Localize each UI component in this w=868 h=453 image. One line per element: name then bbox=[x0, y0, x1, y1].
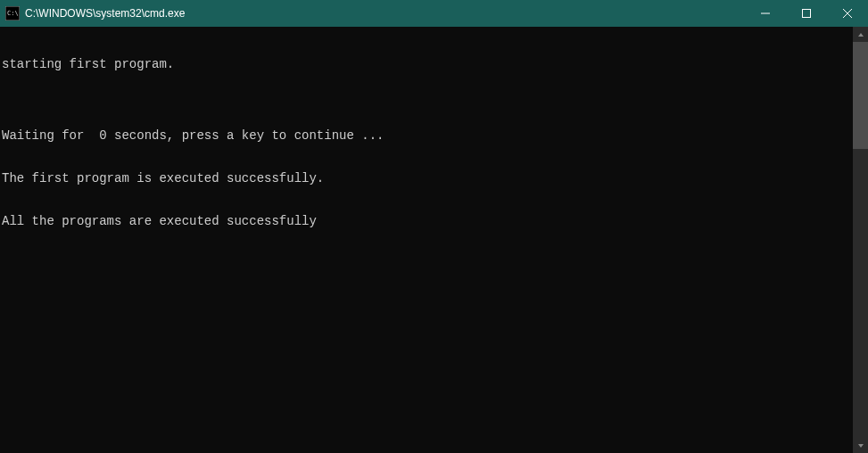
svg-marker-7 bbox=[858, 444, 864, 448]
scrollbar[interactable] bbox=[853, 27, 868, 453]
window-controls bbox=[745, 0, 868, 27]
terminal-body[interactable]: starting first program. Waiting for 0 se… bbox=[0, 27, 868, 453]
svg-rect-3 bbox=[803, 10, 811, 18]
window-title: C:\WINDOWS\system32\cmd.exe bbox=[25, 7, 745, 20]
terminal-line: All the programs are executed successful… bbox=[2, 214, 868, 228]
svg-marker-6 bbox=[858, 33, 864, 37]
scrollbar-down-button[interactable] bbox=[853, 438, 868, 453]
terminal-content: starting first program. Waiting for 0 se… bbox=[2, 29, 868, 257]
titlebar: C:\ C:\WINDOWS\system32\cmd.exe bbox=[0, 0, 868, 27]
maximize-button[interactable] bbox=[786, 0, 827, 27]
scrollbar-track[interactable] bbox=[853, 42, 868, 438]
svg-text:C:\: C:\ bbox=[7, 10, 19, 17]
scrollbar-thumb[interactable] bbox=[853, 42, 868, 149]
minimize-button[interactable] bbox=[745, 0, 786, 27]
terminal-line: Waiting for 0 seconds, press a key to co… bbox=[2, 128, 868, 143]
cmd-icon: C:\ bbox=[5, 6, 20, 21]
close-button[interactable] bbox=[827, 0, 868, 27]
scrollbar-up-button[interactable] bbox=[853, 27, 868, 42]
terminal-line: The first program is executed successful… bbox=[2, 171, 868, 185]
terminal-line: starting first program. bbox=[2, 57, 868, 71]
